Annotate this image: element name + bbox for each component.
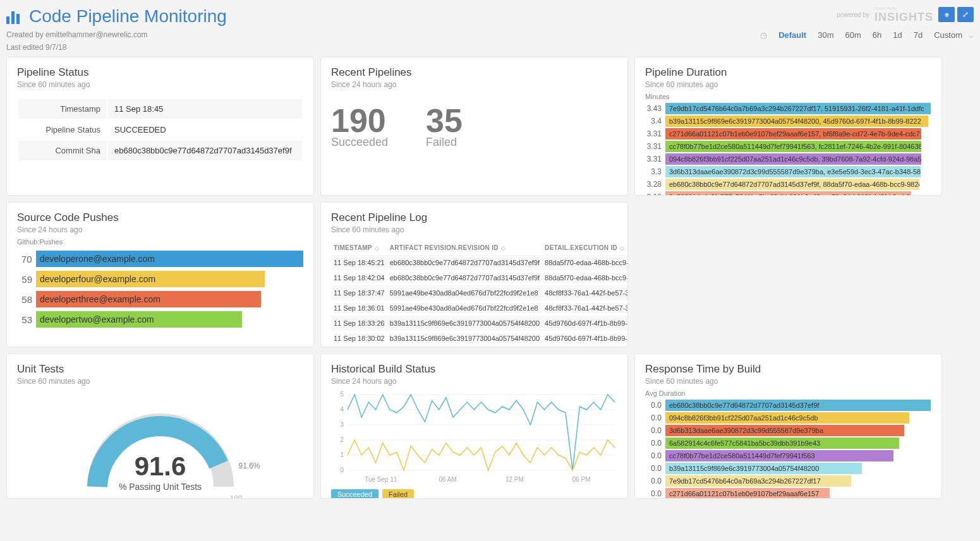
tr-6h[interactable]: 6h <box>873 30 881 40</box>
kv-val: 11 Sep 18:45 <box>108 99 302 119</box>
svg-rect-1 <box>11 11 15 24</box>
svg-text:12 PM: 12 PM <box>505 476 524 483</box>
tr-30m[interactable]: 30m <box>818 30 833 40</box>
card-recent-pipelines: Recent Pipelines Since 24 hours ago 190 … <box>320 57 628 196</box>
card-pipeline-status: Pipeline Status Since 60 minutes ago Tim… <box>6 57 314 196</box>
table-row: 11 Sep 18:42:04eb680c38bb0c9e77d64872d77… <box>331 270 628 285</box>
title-text: Code Pipeline Monitoring <box>29 6 227 27</box>
push-bar[interactable]: developertwo@example.com <box>36 311 242 328</box>
table-row: 11 Sep 18:37:475991ae49be430ad8a04ed676d… <box>331 285 628 300</box>
table-row: 11 Sep 18:45:21eb680c38bb0c9e77d64872d77… <box>331 255 628 270</box>
svg-text:1: 1 <box>340 451 344 458</box>
duration-bar[interactable]: 094c8b826f3bb91cf225d07aa251ad1c46c9c5db… <box>665 153 921 165</box>
svg-text:3: 3 <box>340 421 344 428</box>
tr-custom[interactable]: Custom <box>934 30 962 40</box>
kv-key: Pipeline Status <box>18 120 107 140</box>
last-edited: Last edited 9/7/18 <box>6 43 227 52</box>
insights-logo: INSIGHTS <box>874 11 933 23</box>
line-chart: 012345Tue Sep 1106 AM12 PM06 PM <box>331 391 617 485</box>
powered-by: powered by New Relic INSIGHTS ⎈ ⤢ <box>837 6 974 23</box>
tr-7d[interactable]: 7d <box>914 30 923 40</box>
tr-1d[interactable]: 1d <box>893 30 902 40</box>
log-col[interactable]: TIMESTAMP◇ <box>331 241 387 255</box>
status-table: Timestamp11 Sep 18:45Pipeline StatusSUCC… <box>17 98 303 162</box>
response-bar[interactable]: eb680c38bb0c9e77d64872d7707ad3145d37ef9f <box>665 400 931 411</box>
kv-val: SUCCEEDED <box>108 120 302 140</box>
response-bar[interactable]: 3d6b313daae6ae390872d3c99d555587d9e379ba <box>665 425 904 436</box>
legend-succeeded[interactable]: Succeeded <box>331 489 378 499</box>
response-bar[interactable]: 7e9db17cd5476b64c0a7b69a3c294b267227df17 <box>665 475 851 487</box>
duration-bar[interactable]: 6a582914c4c6fe577c5841ba5bc39dbb391b9e43… <box>665 191 911 196</box>
sort-icon: ◇ <box>375 245 379 251</box>
kv-key: Timestamp <box>18 99 107 119</box>
card-response-time: Response Time by Build Since 60 minutes … <box>634 354 942 499</box>
card-pipeline-duration: Pipeline Duration Since 60 minutes ago M… <box>634 57 942 196</box>
row-1: Pipeline Status Since 60 minutes ago Tim… <box>6 57 974 196</box>
svg-text:06 AM: 06 AM <box>439 476 456 483</box>
card-source-pushes: Source Code Pushes Since 24 hours ago Gi… <box>6 202 314 347</box>
time-range-picker: ◷ Default 30m 60m 6h 1d 7d Custom ⌵ <box>760 30 974 40</box>
svg-text:Tue Sep 11: Tue Sep 11 <box>365 476 397 483</box>
response-bar[interactable]: b39a13115c9f869e6c3919773004a05754f48200 <box>665 463 862 474</box>
log-table: TIMESTAMP◇ARTIFACT REVISION.REVISION ID◇… <box>331 241 628 346</box>
response-bar[interactable]: 094c8b826f3bb91cf225d07aa251ad1c46c9c5db <box>665 412 909 424</box>
pushes-chart: 70developerone@example.com59developerfou… <box>17 251 303 328</box>
failed-count: 35 Failed <box>426 102 463 149</box>
svg-text:5: 5 <box>340 391 344 398</box>
page-title: Code Pipeline Monitoring <box>6 6 227 27</box>
table-row: 11 Sep 18:30:02b39a13115c9f869e6c3919773… <box>331 331 628 346</box>
bar-chart-icon <box>6 9 23 24</box>
card-recent-log: Recent Pipeline Log Since 60 minutes ago… <box>320 202 628 347</box>
response-bar[interactable]: 6a582914c4c6fe577c5841ba5bc39dbb391b9e43 <box>665 437 899 449</box>
sort-icon: ◇ <box>501 245 505 251</box>
kv-key: Commit Sha <box>18 141 107 160</box>
svg-text:06 PM: 06 PM <box>572 476 591 483</box>
log-col[interactable]: ARTIFACT REVISION.REVISION ID◇ <box>387 241 542 255</box>
row-2: Source Code Pushes Since 24 hours ago Gi… <box>6 202 974 347</box>
duration-bar[interactable]: eb680c38bb0c9e77d64872d7707ad3145d37ef9f… <box>665 179 919 190</box>
svg-text:0: 0 <box>340 467 344 473</box>
duration-bar[interactable]: b39a13115c9f869e6c3919773004a05754f48200… <box>665 116 928 127</box>
expand-icon[interactable]: ⤢ <box>957 7 974 22</box>
table-row: 11 Sep 18:33:26b39a13115c9f869e6c3919773… <box>331 316 628 331</box>
duration-chart: 3.437e9db17cd5476b64c0a7b69a3c294b267227… <box>645 103 931 196</box>
duration-bar[interactable]: c271d66a01121c07b1eb0e9107bef29aaaf6e157… <box>665 128 921 140</box>
row-3: Unit Tests Since 60 minutes ago 91.6 % P… <box>6 354 974 499</box>
tr-60m[interactable]: 60m <box>845 30 861 40</box>
card-unit-tests: Unit Tests Since 60 minutes ago 91.6 % P… <box>6 354 314 499</box>
push-bar[interactable]: developerfour@example.com <box>36 271 265 287</box>
gauge: 91.6 % Passing Unit Tests 91.6% 100 <box>72 398 249 499</box>
svg-rect-2 <box>16 14 20 24</box>
card-historical-build: Historical Build Status Since 24 hours a… <box>320 354 628 499</box>
succeeded-count: 190 Succeeded <box>331 102 388 149</box>
log-col[interactable]: DETAIL.EXECUTION ID◇ <box>542 241 628 255</box>
push-bar[interactable]: developerone@example.com <box>36 251 303 267</box>
created-by: Created by emittelhammer@newrelic.com <box>6 30 227 39</box>
duration-bar[interactable]: 7e9db17cd5476b64c0a7b69a3c294b267227df17… <box>665 103 931 114</box>
location-icon[interactable]: ⎈ <box>938 7 955 22</box>
response-chart: 0.0eb680c38bb0c9e77d64872d7707ad3145d37e… <box>645 400 931 499</box>
table-row: 11 Sep 18:36:015991ae49be430ad8a04ed676d… <box>331 300 628 316</box>
push-bar[interactable]: developerthree@example.com <box>36 291 261 307</box>
kv-val: eb680c38bb0c9e77d64872d7707ad3145d37ef9f <box>108 141 302 160</box>
clock-icon: ◷ <box>760 30 767 40</box>
duration-bar[interactable]: cc78f0b77be1d2ce580a511449d7fef79941f563… <box>665 141 921 152</box>
tr-default[interactable]: Default <box>778 30 806 40</box>
sort-icon: ◇ <box>620 245 624 251</box>
legend-failed[interactable]: Failed <box>382 489 414 499</box>
svg-rect-0 <box>6 16 9 24</box>
header: Code Pipeline Monitoring Created by emit… <box>6 6 974 52</box>
legend: Succeeded Failed <box>331 489 617 499</box>
svg-text:2: 2 <box>340 436 344 443</box>
svg-text:4: 4 <box>340 406 344 413</box>
response-bar[interactable]: cc78f0b77be1d2ce580a511449d7fef79941f563 <box>665 450 893 461</box>
duration-bar[interactable]: 3d6b313daae6ae390872d3c99d555587d9e379ba… <box>665 166 921 177</box>
chevron-down-icon[interactable]: ⌵ <box>969 30 974 40</box>
response-bar[interactable]: c271d66a01121c07b1eb0e9107bef29aaaf6e157 <box>665 488 830 499</box>
